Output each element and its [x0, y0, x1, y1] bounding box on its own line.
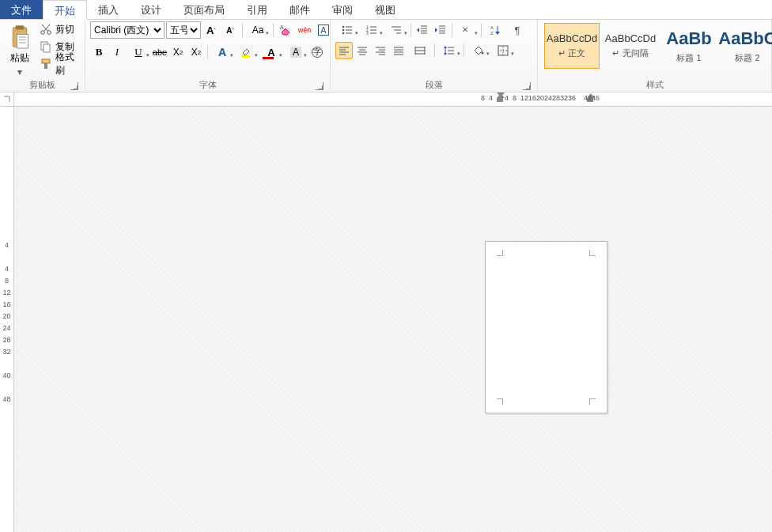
style-card-1[interactable]: AaBbCcDd↵ 无间隔 — [603, 23, 658, 69]
bullet-list-button[interactable]: ▾ — [335, 21, 359, 39]
paragraph-launcher[interactable] — [523, 82, 531, 90]
highlight-button[interactable]: ▾ — [235, 43, 259, 61]
align-center-button[interactable] — [354, 42, 371, 59]
multilevel-icon — [390, 24, 403, 36]
style-card-0[interactable]: AaBbCcDd↵ 正文 — [544, 23, 600, 69]
styles-gallery[interactable]: AaBbCcDd↵ 正文AaBbCcDd↵ 无间隔AaBb标题 1AaBbC标题… — [543, 21, 772, 70]
underline-button[interactable]: U▾ — [127, 43, 150, 61]
grow-font-button[interactable]: Aˆ — [202, 21, 220, 39]
indent-icon — [434, 24, 447, 36]
justify-button[interactable] — [390, 42, 407, 59]
svg-rect-11 — [44, 44, 50, 52]
svg-rect-1 — [15, 25, 24, 29]
font-size-select[interactable]: 五号 — [166, 21, 201, 39]
format-painter-button[interactable]: 格式刷 — [37, 56, 80, 72]
svg-marker-72 — [444, 46, 447, 48]
hruler-tick: 42 — [584, 94, 592, 102]
italic-button[interactable]: I — [108, 43, 126, 61]
style-card-2[interactable]: AaBb标题 1 — [661, 23, 717, 69]
decrease-indent-button[interactable] — [414, 21, 431, 39]
line-spacing-button[interactable]: ▾ — [437, 42, 461, 59]
vruler-tick: 28 — [0, 336, 13, 348]
align-right-button[interactable] — [372, 42, 389, 59]
align-center-icon — [356, 44, 369, 57]
svg-rect-13 — [44, 63, 47, 69]
asian-layout-button[interactable]: ✕▾ — [455, 21, 479, 39]
borders-button[interactable]: ▾ — [491, 42, 515, 59]
tab-references[interactable]: 引用 — [236, 0, 278, 19]
numbering-icon: 123 — [365, 24, 378, 36]
brush-icon — [40, 58, 52, 70]
hruler-tick: 46 — [592, 94, 600, 102]
shading-button[interactable]: ▾ — [467, 42, 490, 59]
group-clipboard: 粘贴 ▾ 剪切 复制 格式刷 剪贴板 — [0, 20, 85, 92]
numbered-list-button[interactable]: 123▾ — [360, 21, 384, 39]
svg-text:✕: ✕ — [462, 25, 468, 34]
vertical-ruler[interactable]: 4481216202428324048 — [0, 107, 14, 532]
horizontal-ruler[interactable]: 8448121620242832364246 — [14, 92, 772, 107]
svg-rect-12 — [42, 59, 50, 63]
style-preview: AaBb — [666, 28, 711, 49]
text-effects-button[interactable]: A▾ — [210, 43, 234, 61]
distribute-button[interactable] — [408, 42, 432, 59]
sort-button[interactable]: AZ — [484, 21, 508, 39]
style-name: 标题 2 — [735, 52, 759, 64]
hruler-tick: 20 — [536, 94, 544, 102]
document-page[interactable] — [485, 241, 607, 413]
align-left-button[interactable] — [335, 42, 353, 59]
tab-layout[interactable]: 页面布局 — [172, 0, 236, 19]
ruler-corner[interactable] — [0, 92, 14, 107]
enclose-char-button[interactable]: 字 — [308, 43, 326, 61]
vruler-tick — [0, 253, 13, 265]
bullets-icon — [341, 24, 354, 36]
font-color-button[interactable]: A▾ — [259, 43, 283, 61]
svg-point-19 — [342, 29, 345, 32]
change-case-button[interactable]: Aa▾ — [246, 21, 270, 39]
paste-button[interactable]: 粘贴 ▾ — [5, 21, 34, 79]
vruler-tick: 40 — [0, 372, 13, 383]
tab-home[interactable]: 开始 — [43, 0, 87, 20]
paste-icon — [7, 25, 32, 50]
hruler-tick: 4 — [505, 94, 509, 102]
scissors-icon — [40, 23, 52, 36]
clipboard-launcher[interactable] — [70, 82, 78, 90]
phonetic-guide-button[interactable]: wén — [296, 21, 313, 39]
show-marks-button[interactable]: ¶ — [509, 21, 526, 39]
hruler-tick: 32 — [560, 94, 568, 102]
tab-view[interactable]: 视图 — [364, 0, 407, 19]
hruler-tick: 8 — [481, 94, 485, 102]
multilevel-list-button[interactable]: ▾ — [384, 21, 408, 39]
superscript-button[interactable]: X2 — [187, 43, 205, 61]
group-font: Calibri (西文) 五号 Aˆ Aˇ Aa▾ A wén A B I U▾… — [85, 20, 331, 92]
hruler-tick: 16 — [528, 94, 536, 102]
svg-text:A: A — [280, 25, 284, 30]
align-right-icon — [374, 44, 387, 57]
font-launcher[interactable] — [316, 82, 324, 90]
shrink-font-button[interactable]: Aˇ — [221, 21, 239, 39]
tab-insert[interactable]: 插入 — [87, 0, 130, 19]
font-family-select[interactable]: Calibri (西文) — [90, 21, 165, 39]
tab-review[interactable]: 审阅 — [321, 0, 364, 19]
cut-button[interactable]: 剪切 — [37, 21, 80, 37]
subscript-button[interactable]: X2 — [169, 43, 187, 61]
char-shading-button[interactable]: A▾ — [284, 43, 308, 61]
distribute-icon — [414, 44, 426, 57]
chevron-down-icon: ▾ — [17, 66, 22, 77]
tab-file[interactable]: 文件 — [0, 0, 43, 19]
tab-design[interactable]: 设计 — [130, 0, 172, 19]
strikethrough-button[interactable]: abe — [151, 43, 168, 61]
document-canvas[interactable] — [14, 107, 772, 532]
increase-indent-button[interactable] — [432, 21, 449, 39]
highlighter-icon — [240, 46, 253, 58]
clear-formatting-button[interactable]: A — [277, 21, 294, 39]
style-name: ↵ 无间隔 — [612, 47, 648, 59]
style-name: 标题 1 — [676, 52, 701, 64]
style-card-3[interactable]: AaBbC标题 2 — [720, 23, 772, 69]
borders-icon — [497, 44, 509, 57]
document-area: 8448121620242832364246 44812162024283240… — [0, 92, 772, 532]
bold-button[interactable]: B — [90, 43, 108, 61]
style-preview: AaBbCcDd — [547, 32, 597, 44]
tab-mailings[interactable]: 邮件 — [278, 0, 321, 19]
hruler-tick: 24 — [544, 94, 552, 102]
character-border-button[interactable]: A — [315, 21, 332, 39]
